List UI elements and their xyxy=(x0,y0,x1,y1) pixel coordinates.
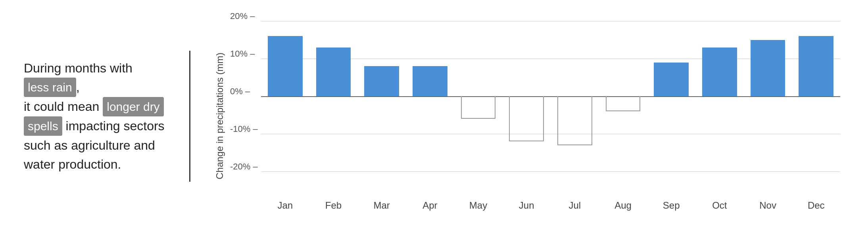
page-container: During months with less rain, it could m… xyxy=(0,0,868,232)
bar-negative xyxy=(509,96,544,141)
x-label: Nov xyxy=(744,197,792,211)
bar-group xyxy=(695,21,744,197)
bar-group xyxy=(309,21,358,197)
grid-label: 20% – xyxy=(230,11,255,21)
x-label: Mar xyxy=(357,197,406,211)
bar-group xyxy=(551,21,599,197)
bar-group xyxy=(647,21,695,197)
x-label: Oct xyxy=(695,197,744,211)
badge-longer-dry: longer dry xyxy=(103,97,163,116)
grid-label: -20% – xyxy=(230,162,258,172)
grid-label: -10% – xyxy=(230,124,258,134)
bar-negative xyxy=(461,96,496,119)
x-label: Apr xyxy=(406,197,454,211)
bar-positive xyxy=(751,40,785,97)
grid-and-bars: 20% –10% –0% –-10% –-20% – xyxy=(261,21,840,197)
bar-positive xyxy=(413,66,447,96)
comma1: , xyxy=(76,80,80,94)
bar-positive xyxy=(799,36,833,96)
chart-area: 20% –10% –0% –-10% –-20% – JanFebMarAprM… xyxy=(229,21,844,211)
bar-positive xyxy=(702,48,737,97)
bar-positive xyxy=(654,63,689,97)
bar-group xyxy=(599,21,647,197)
x-label: Dec xyxy=(792,197,840,211)
intro-text: During months with xyxy=(24,61,133,75)
x-label: Jul xyxy=(551,197,599,211)
bar-group xyxy=(357,21,406,197)
bar-group xyxy=(261,21,309,197)
text-panel: During months with less rain, it could m… xyxy=(24,59,190,174)
badge-less-rain: less rain xyxy=(24,78,76,97)
x-label: Jan xyxy=(261,197,309,211)
mid-text: it could mean xyxy=(24,99,103,114)
bar-positive xyxy=(316,48,351,97)
bar-group xyxy=(744,21,792,197)
bar-group xyxy=(454,21,503,197)
bar-positive xyxy=(364,66,399,96)
x-label: Jun xyxy=(502,197,551,211)
y-axis-label: Change in precipitations (mm) xyxy=(214,21,225,211)
bar-group xyxy=(502,21,551,197)
bar-positive xyxy=(268,36,303,96)
bar-negative xyxy=(557,96,592,145)
bar-group xyxy=(406,21,454,197)
x-label: May xyxy=(454,197,503,211)
grid-label: 10% – xyxy=(230,49,255,59)
bar-group xyxy=(792,21,840,197)
grid-label: 0% – xyxy=(230,86,250,97)
x-label: Aug xyxy=(599,197,647,211)
badge-spells: spells xyxy=(24,116,62,136)
chart-panel: Change in precipitations (mm) 20% –10% –… xyxy=(190,12,844,220)
x-label: Sep xyxy=(647,197,695,211)
x-labels: JanFebMarAprMayJunJulAugSepOctNovDec xyxy=(261,197,840,211)
chart-wrapper: Change in precipitations (mm) 20% –10% –… xyxy=(214,21,844,211)
x-label: Feb xyxy=(309,197,358,211)
bar-negative xyxy=(606,96,641,111)
